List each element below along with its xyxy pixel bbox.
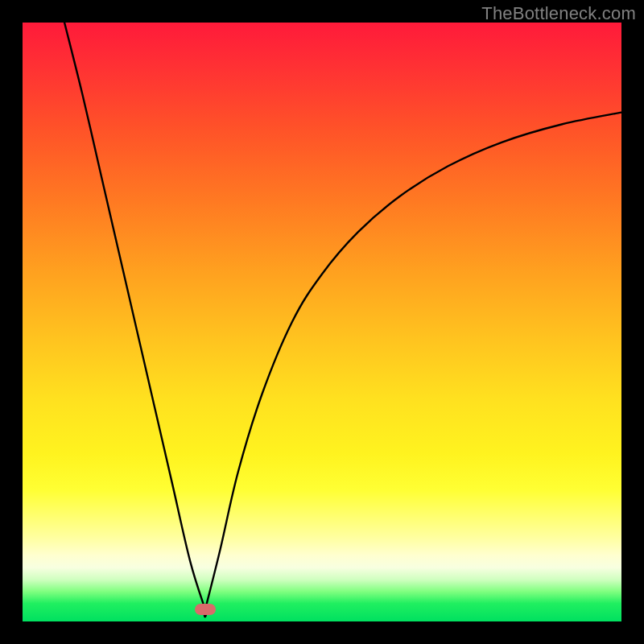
bottleneck-curve <box>23 23 621 621</box>
optimum-marker-icon <box>195 604 216 615</box>
plot-area <box>23 23 621 621</box>
chart-frame: TheBottleneck.com <box>0 0 644 644</box>
watermark-text: TheBottleneck.com <box>481 3 636 24</box>
